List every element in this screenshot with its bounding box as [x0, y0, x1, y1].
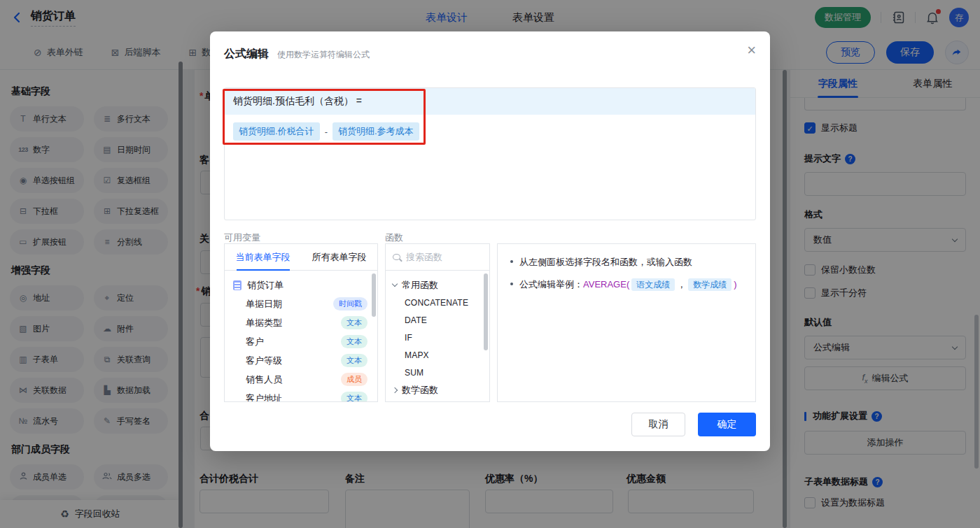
- modal-title: 公式编辑: [224, 47, 269, 62]
- formula-editor-modal: 公式编辑 使用数学运算符编辑公式 × 销货明细.预估毛利（含税） = 销货明细.…: [210, 31, 770, 451]
- function-item[interactable]: DATE: [386, 311, 489, 329]
- chevron-right-icon: [392, 387, 398, 392]
- tab-current-form-fields[interactable]: 当前表单字段: [225, 244, 301, 270]
- formula-operand-chip[interactable]: 销货明细.价税合计: [233, 122, 320, 141]
- functions-scrollbar[interactable]: [484, 273, 488, 350]
- functions-label: 函数: [385, 231, 403, 244]
- tab-all-form-fields[interactable]: 所有表单字段: [301, 244, 377, 270]
- chevron-down-icon: [392, 281, 398, 287]
- variable-row[interactable]: 销售人员 成员: [225, 370, 377, 389]
- type-badge: 文本: [341, 316, 368, 329]
- function-item[interactable]: IF: [386, 329, 489, 346]
- formula-target-row: 销货明细.预估毛利（含税） =: [225, 88, 755, 115]
- type-badge: 文本: [341, 354, 368, 367]
- variables-scrollbar[interactable]: [372, 273, 376, 317]
- type-badge: 文本: [341, 392, 368, 402]
- search-icon: [393, 254, 400, 260]
- tree-node-form[interactable]: 销货订单: [225, 276, 377, 294]
- hint-example-line: 公式编辑举例：AVERAGE(语文成绩，数学成绩): [510, 278, 743, 292]
- cancel-button[interactable]: 取消: [631, 413, 685, 436]
- functions-panel: 常用函数 CONCATENATE DATE IF MAPX SUM 数学函数 文…: [385, 243, 490, 402]
- hints-panel: 从左侧面板选择字段名和函数，或输入函数 公式编辑举例：AVERAGE(语文成绩，…: [497, 243, 756, 402]
- formula-operand-chip[interactable]: 销货明细.参考成本: [332, 122, 419, 141]
- formula-editor[interactable]: 销货明细.预估毛利（含税） = 销货明细.价税合计 - 销货明细.参考成本: [224, 87, 756, 220]
- example-field-chip: 数学成绩: [688, 278, 732, 291]
- bullet-icon: [510, 260, 513, 263]
- function-group-common[interactable]: 常用函数: [386, 276, 489, 294]
- function-search[interactable]: [386, 244, 489, 271]
- function-group-math[interactable]: 数学函数: [386, 381, 489, 399]
- app: 销货订单 表单设计 表单设置 数据管理 存: [0, 0, 980, 528]
- type-badge: 文本: [341, 335, 368, 348]
- function-item[interactable]: SUM: [386, 364, 489, 381]
- document-icon: [233, 280, 241, 290]
- modal-subtitle: 使用数学运算符编辑公式: [277, 49, 370, 61]
- hint-line: 从左侧面板选择字段名和函数，或输入函数: [510, 255, 743, 269]
- variable-row[interactable]: 客户地址 文本: [225, 389, 377, 402]
- bullet-icon: [510, 283, 513, 285]
- type-badge: 成员: [341, 373, 368, 386]
- variable-row[interactable]: 客户 文本: [225, 332, 377, 351]
- formula-operator: -: [325, 127, 328, 137]
- available-variables-label: 可用变量: [224, 231, 260, 244]
- function-search-input[interactable]: [406, 252, 476, 262]
- type-badge: 时间戳: [333, 297, 368, 311]
- variable-row[interactable]: 单据日期 时间戳: [225, 294, 377, 313]
- example-field-chip: 语文成绩: [631, 278, 675, 291]
- function-close-paren: ): [734, 279, 736, 290]
- close-icon[interactable]: ×: [747, 43, 756, 58]
- function-item[interactable]: CONCATENATE: [386, 294, 489, 311]
- variable-row[interactable]: 单据类型 文本: [225, 313, 377, 332]
- confirm-button[interactable]: 确定: [698, 413, 756, 436]
- function-name: AVERAGE(: [583, 279, 629, 290]
- variables-panel: 当前表单字段 所有表单字段 销货订单 单据日期 时间戳 单据类型 文本 客户 文…: [224, 243, 378, 402]
- variable-row[interactable]: 客户等级 文本: [225, 351, 377, 370]
- function-group-text[interactable]: 文本函数: [386, 399, 489, 402]
- function-item[interactable]: MAPX: [386, 346, 489, 364]
